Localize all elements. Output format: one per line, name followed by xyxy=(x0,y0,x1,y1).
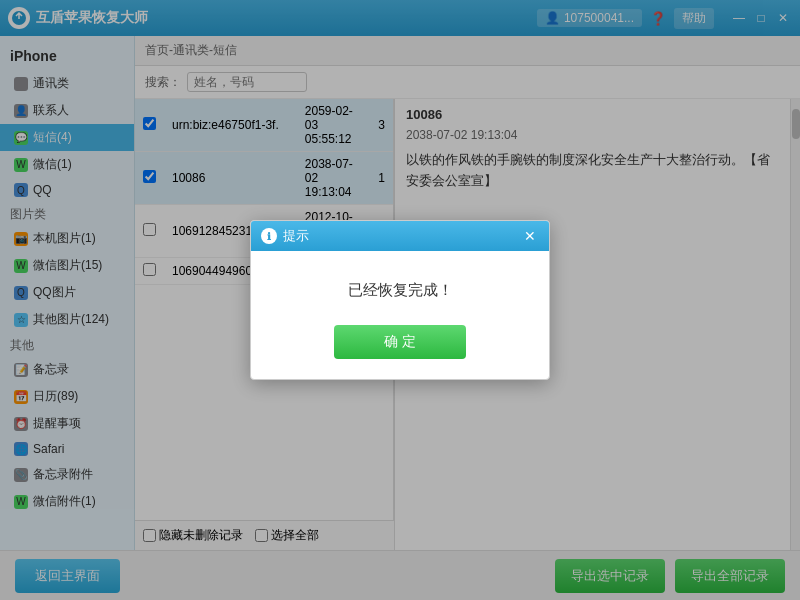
modal-confirm-button[interactable]: 确 定 xyxy=(334,325,466,359)
modal-body: 已经恢复完成！ 确 定 xyxy=(251,251,549,379)
modal-overlay: ℹ 提示 ✕ 已经恢复完成！ 确 定 xyxy=(0,0,800,600)
modal-message: 已经恢复完成！ xyxy=(271,281,529,300)
modal-title: 提示 xyxy=(283,227,309,245)
modal-dialog: ℹ 提示 ✕ 已经恢复完成！ 确 定 xyxy=(250,220,550,380)
modal-titlebar-left: ℹ 提示 xyxy=(261,227,309,245)
modal-info-icon: ℹ xyxy=(261,228,277,244)
modal-close-button[interactable]: ✕ xyxy=(521,227,539,245)
modal-titlebar: ℹ 提示 ✕ xyxy=(251,221,549,251)
